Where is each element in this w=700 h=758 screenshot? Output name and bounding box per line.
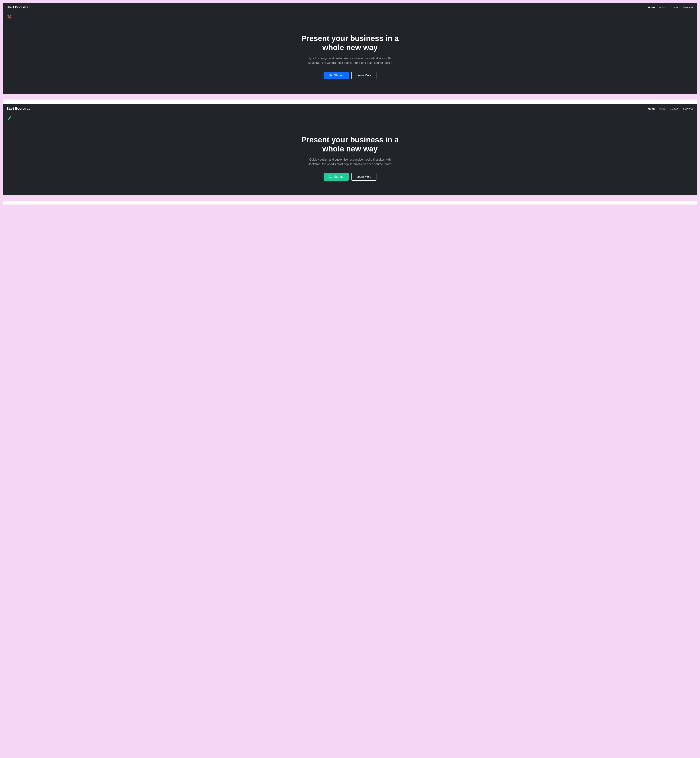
hero-section-2: Present your business in a whole new way… — [3, 124, 697, 195]
nav-home-2[interactable]: Home — [648, 107, 656, 110]
navbar-1: Start Bootstrap Home About Contact Servi… — [3, 3, 697, 12]
success-icon: ✓ — [6, 115, 14, 122]
hero-subtext-2: Quickly design and customize responsive … — [306, 157, 394, 167]
learn-more-button-2[interactable]: Learn More — [352, 173, 377, 181]
white-gap — [3, 100, 697, 104]
hero-subtext-1: Quickly design and customize responsive … — [306, 56, 394, 65]
hero-section-1: Present your business in a whole new way… — [3, 23, 697, 94]
nav-contact-1[interactable]: Contact — [670, 6, 680, 9]
brand-logo-2[interactable]: Start Bootstrap — [6, 107, 30, 111]
nav-links-1: Home About Contact Services — [648, 6, 694, 9]
nav-contact-2[interactable]: Contact — [670, 107, 680, 110]
navbar-2: Start Bootstrap Home About Contact Servi… — [3, 104, 697, 113]
browser-window-2: Start Bootstrap Home About Contact Servi… — [3, 104, 697, 195]
bottom-white-gap — [3, 201, 697, 204]
nav-links-2: Home About Contact Services — [648, 107, 694, 110]
browser-window-1: Start Bootstrap Home About Contact Servi… — [3, 3, 697, 94]
nav-about-1[interactable]: About — [659, 6, 666, 9]
nav-services-2[interactable]: Services — [683, 107, 694, 110]
nav-home-1[interactable]: Home — [648, 6, 656, 9]
nav-about-2[interactable]: About — [659, 107, 666, 110]
hero-buttons-2: Get Started Learn More — [6, 173, 694, 181]
hero-heading-2: Present your business in a whole new way — [295, 135, 405, 154]
status-icon-area-2: ✓ — [3, 113, 697, 124]
brand-logo-1[interactable]: Start Bootstrap — [6, 5, 30, 9]
hero-buttons-1: Get Started Learn More — [6, 72, 694, 79]
status-icon-area-1: ✕ — [3, 12, 697, 23]
get-started-button-1[interactable]: Get Started — [323, 72, 349, 79]
nav-services-1[interactable]: Services — [683, 6, 694, 9]
error-icon: ✕ — [6, 14, 14, 21]
learn-more-button-1[interactable]: Learn More — [352, 72, 377, 79]
get-started-button-2[interactable]: Get Started — [323, 173, 349, 181]
hero-heading-1: Present your business in a whole new way — [295, 34, 405, 52]
